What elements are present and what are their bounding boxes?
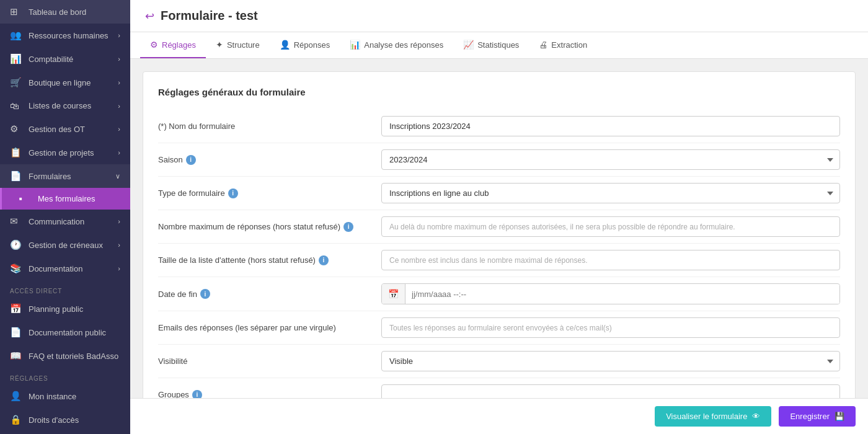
saison-info-icon[interactable]: i <box>186 155 196 165</box>
eye-icon: 👁 <box>752 412 760 421</box>
nom-formulaire-label: (*) Nom du formulaire <box>158 122 381 131</box>
page-title: Formulaire - test <box>161 9 258 23</box>
emails-label: Emails des réponses (les séparer par une… <box>158 323 381 332</box>
sidebar-item-gestion-de-creneaux[interactable]: 🕐 Gestion de créneaux › <box>0 233 130 257</box>
chevron-right-icon: › <box>118 265 120 272</box>
analyse-tab-icon: 📊 <box>350 40 360 50</box>
max-reponses-label: Nombre maximum de réponses (hors statut … <box>158 222 381 232</box>
visibilite-select[interactable]: Visible <box>381 351 840 371</box>
liste-attente-row: Taille de la liste d'attente (hors statu… <box>158 244 840 277</box>
date-fin-input[interactable] <box>405 285 839 304</box>
sidebar-item-tableau-de-bord[interactable]: ⊞ Tableau de bord <box>0 0 130 24</box>
reglages-section-label: RÉGLAGES <box>0 368 130 384</box>
tab-extraction[interactable]: 🖨 Extraction <box>529 32 597 58</box>
type-formulaire-control: Inscriptions en ligne au club <box>381 183 840 203</box>
emails-control <box>381 317 840 338</box>
visibilite-label: Visibilité <box>158 356 381 366</box>
acces-direct-section-label: ACCÈS DIRECT <box>0 280 130 297</box>
back-icon[interactable]: ↩ <box>145 9 154 23</box>
form-settings-card: Réglages généraux du formulaire (*) Nom … <box>143 71 856 398</box>
tab-statistiques[interactable]: 📈 Statistiques <box>453 32 529 58</box>
nom-formulaire-input[interactable] <box>381 116 840 136</box>
sidebar-item-mon-instance[interactable]: 👤 Mon instance <box>0 384 130 408</box>
lock-icon: 🔒 <box>10 414 22 425</box>
groupes-row: Groupes i <box>158 378 840 398</box>
chevron-down-icon: ∨ <box>115 172 120 180</box>
emails-row: Emails des réponses (les séparer par une… <box>158 311 840 345</box>
tab-analyse[interactable]: 📊 Analyse des réponses <box>340 32 453 58</box>
sidebar-item-gestion-de-projets[interactable]: 📋 Gestion de projets › <box>0 141 130 164</box>
page-header: ↩ Formulaire - test <box>130 0 868 32</box>
type-formulaire-select[interactable]: Inscriptions en ligne au club <box>381 183 840 203</box>
liste-attente-input[interactable] <box>381 250 840 270</box>
date-fin-info-icon[interactable]: i <box>200 289 210 299</box>
main-content: ↩ Formulaire - test ⚙ Réglages ✦ Structu… <box>130 0 868 434</box>
tab-reglages[interactable]: ⚙ Réglages <box>140 32 206 58</box>
tab-structure[interactable]: ✦ Structure <box>206 32 270 58</box>
chevron-right-icon: › <box>118 218 120 225</box>
sidebar-item-boutique-en-ligne[interactable]: 🛒 Boutique en ligne › <box>0 71 130 94</box>
formulaires-submenu: ■ Mes formulaires <box>0 188 130 210</box>
faq-icon: 📖 <box>10 350 22 361</box>
chevron-right-icon: › <box>118 55 120 63</box>
project-icon: 📋 <box>10 147 22 158</box>
book-icon: 📚 <box>10 263 22 274</box>
groupes-label: Groupes i <box>158 390 381 399</box>
liste-attente-label: Taille de la liste d'attente (hors statu… <box>158 255 381 265</box>
visibilite-row: Visibilité Visible <box>158 345 840 378</box>
sidebar-item-faq[interactable]: 📖 FAQ et tutoriels BadAsso <box>0 344 130 368</box>
calendar-icon: 📅 <box>382 284 405 304</box>
sidebar-item-comptabilite[interactable]: 📊 Comptabilité › <box>0 47 130 71</box>
sidebar-item-mes-formulaires[interactable]: ■ Mes formulaires <box>0 188 130 210</box>
visibilite-control: Visible <box>381 351 840 371</box>
home-icon: ⊞ <box>10 6 22 17</box>
footer-bar: Visualiser le formulaire 👁 Enregistrer 💾 <box>130 398 868 434</box>
sidebar-item-ressources-humaines[interactable]: 👥 Ressources humaines › <box>0 24 130 47</box>
date-fin-row: Date de fin i 📅 <box>158 277 840 311</box>
doc-icon: 📄 <box>10 327 22 338</box>
gear-icon: ⚙ <box>10 123 22 135</box>
max-reponses-info-icon[interactable]: i <box>343 222 353 232</box>
form-content: Réglages généraux du formulaire (*) Nom … <box>130 59 868 398</box>
mail-icon: ✉ <box>10 216 22 227</box>
chevron-right-icon: › <box>118 241 120 249</box>
liste-attente-info-icon[interactable]: i <box>319 255 329 265</box>
sidebar-item-communication[interactable]: ✉ Communication › <box>0 210 130 233</box>
emails-input[interactable] <box>381 317 840 338</box>
groupes-info-icon[interactable]: i <box>192 390 202 399</box>
sidebar: ⊞ Tableau de bord 👥 Ressources humaines … <box>0 0 130 434</box>
max-reponses-input[interactable] <box>381 216 840 237</box>
sidebar-item-formulaires[interactable]: 📄 Formulaires ∨ <box>0 164 130 188</box>
chevron-right-icon: › <box>118 79 120 86</box>
sidebar-item-droits-dacces[interactable]: 🔒 Droits d'accès <box>0 408 130 432</box>
saison-label: Saison i <box>158 155 381 165</box>
nom-formulaire-control <box>381 116 840 136</box>
sidebar-item-planning-public[interactable]: 📅 Planning public <box>0 297 130 321</box>
form-icon: 📄 <box>10 170 22 182</box>
groupes-control <box>381 384 840 398</box>
saison-row: Saison i 2023/2024 <box>158 143 840 177</box>
save-button[interactable]: Enregistrer 💾 <box>779 406 856 427</box>
sidebar-item-listes-de-courses[interactable]: 🛍 Listes de courses › <box>0 94 130 117</box>
statistiques-tab-icon: 📈 <box>463 40 474 50</box>
saison-control: 2023/2024 <box>381 149 840 170</box>
date-fin-wrapper: 📅 <box>381 283 840 304</box>
max-reponses-control <box>381 216 840 237</box>
calendar-icon: 📅 <box>10 303 22 314</box>
chart-icon: 📊 <box>10 53 22 64</box>
chevron-right-icon: › <box>118 32 120 39</box>
sidebar-item-documentation[interactable]: 📚 Documentation › <box>0 257 130 280</box>
sidebar-item-documentation-public[interactable]: 📄 Documentation public <box>0 321 130 344</box>
type-info-icon[interactable]: i <box>228 188 238 198</box>
type-formulaire-row: Type de formulaire i Inscriptions en lig… <box>158 177 840 210</box>
liste-attente-control <box>381 250 840 270</box>
sidebar-item-gestion-des-ot[interactable]: ⚙ Gestion des OT › <box>0 117 130 141</box>
saison-select[interactable]: 2023/2024 <box>381 149 840 170</box>
list-icon: 🛍 <box>10 100 22 111</box>
extraction-tab-icon: 🖨 <box>539 40 547 50</box>
type-formulaire-label: Type de formulaire i <box>158 188 381 198</box>
groupes-input[interactable] <box>381 384 840 398</box>
visualize-button[interactable]: Visualiser le formulaire 👁 <box>655 406 771 427</box>
chevron-right-icon: › <box>118 125 120 133</box>
tab-reponses[interactable]: 👤 Réponses <box>270 32 340 58</box>
